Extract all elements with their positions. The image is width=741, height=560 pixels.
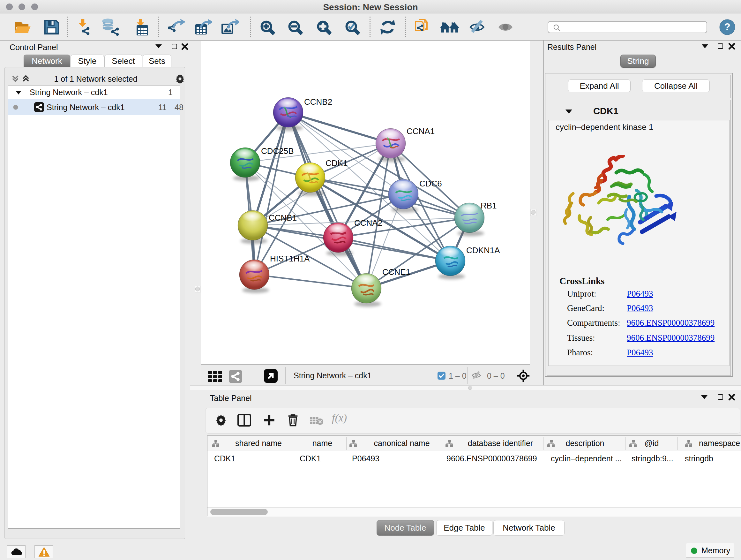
svg-text:CDK1: CDK1	[326, 159, 347, 168]
svg-text:CDKN1A: CDKN1A	[466, 246, 500, 255]
svg-text:CCNA1: CCNA1	[407, 126, 434, 136]
svg-text:CCNE1: CCNE1	[382, 267, 410, 277]
svg-text:CCNB1: CCNB1	[269, 213, 297, 223]
svg-text:CCNA2: CCNA2	[354, 218, 382, 228]
svg-text:CDC6: CDC6	[419, 179, 442, 188]
svg-text:CDC25B: CDC25B	[261, 146, 294, 156]
svg-text:CCNB2: CCNB2	[304, 97, 332, 107]
svg-text:HIST1H1A: HIST1H1A	[270, 254, 310, 263]
svg-text:RB1: RB1	[481, 201, 497, 210]
svg-text:?: ?	[724, 21, 730, 33]
